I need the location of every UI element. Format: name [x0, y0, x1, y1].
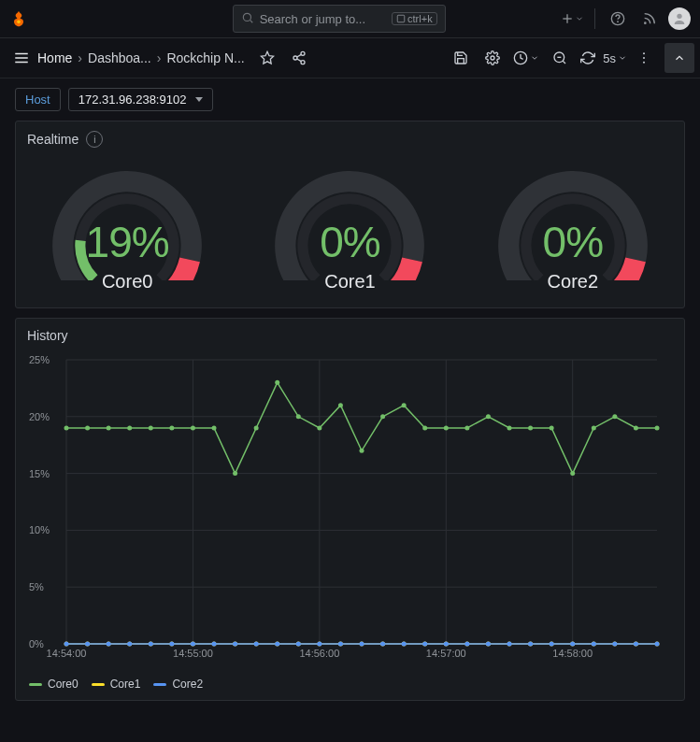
gauge-core1: 0%Core1	[256, 159, 443, 293]
svg-point-26	[643, 62, 645, 64]
svg-point-42	[149, 425, 153, 430]
search-shortcut: ctrl+k	[392, 12, 437, 25]
svg-point-107	[296, 642, 301, 647]
search-placeholder: Search or jump to...	[260, 12, 386, 26]
svg-point-16	[301, 61, 305, 64]
svg-point-115	[464, 642, 469, 647]
legend-item-core0[interactable]: Core0	[29, 678, 79, 691]
svg-point-7	[618, 21, 619, 22]
separator	[594, 8, 595, 29]
x-tick: 14:54:00	[47, 648, 87, 659]
svg-point-101	[169, 642, 174, 647]
svg-point-112	[402, 642, 407, 647]
svg-point-122	[612, 642, 617, 647]
svg-line-17	[296, 54, 301, 57]
add-button[interactable]	[559, 6, 585, 32]
rss-button[interactable]	[636, 6, 663, 32]
svg-point-105	[254, 642, 259, 647]
breadcrumb-home[interactable]: Home	[37, 50, 72, 65]
menu-toggle[interactable]	[6, 42, 37, 74]
var-label-host: Host	[15, 88, 61, 111]
svg-point-104	[233, 642, 237, 647]
breadcrumb-dashboards[interactable]: Dashboa...	[88, 50, 151, 65]
svg-point-116	[486, 642, 491, 647]
svg-point-44	[191, 425, 195, 430]
y-tick: 0%	[29, 638, 44, 649]
svg-point-8	[645, 22, 646, 23]
svg-point-64	[612, 414, 617, 419]
svg-point-55	[422, 425, 427, 430]
svg-line-2	[250, 20, 252, 22]
info-icon[interactable]: i	[86, 131, 103, 148]
svg-point-109	[338, 642, 343, 647]
refresh-button[interactable]	[577, 43, 599, 73]
svg-point-111	[380, 642, 385, 647]
svg-point-9	[677, 14, 681, 19]
svg-point-98	[107, 642, 111, 647]
settings-button[interactable]	[478, 43, 507, 73]
svg-point-0	[17, 21, 21, 24]
svg-point-66	[655, 425, 660, 430]
svg-point-41	[127, 425, 132, 430]
user-avatar[interactable]	[668, 7, 691, 30]
svg-point-14	[301, 51, 305, 55]
svg-point-39	[85, 425, 90, 430]
grafana-logo-icon[interactable]	[9, 9, 28, 28]
svg-point-113	[422, 642, 427, 647]
svg-point-56	[444, 425, 449, 430]
chevron-down-icon[interactable]	[618, 53, 627, 63]
svg-point-114	[444, 642, 449, 647]
gauge-label: Core1	[324, 271, 375, 293]
svg-point-15	[293, 56, 297, 60]
star-button[interactable]	[252, 43, 282, 73]
gauge-label: Core0	[102, 271, 152, 293]
y-tick: 5%	[29, 581, 44, 592]
collapse-button[interactable]	[664, 43, 694, 73]
svg-point-65	[634, 425, 638, 430]
legend-item-core2[interactable]: Core2	[153, 678, 203, 691]
svg-point-48	[275, 380, 279, 385]
y-tick: 20%	[29, 411, 50, 422]
svg-marker-13	[261, 51, 273, 64]
panel-history: History 25%20%15%10%5%0%14:54:0014:55:00…	[15, 318, 685, 701]
gauge-core2: 0%Core2	[479, 159, 666, 293]
global-search[interactable]: Search or jump to... ctrl+k	[233, 5, 446, 33]
svg-point-96	[64, 642, 69, 647]
refresh-interval[interactable]: 5s	[603, 51, 616, 65]
svg-point-50	[317, 425, 321, 430]
save-button[interactable]	[446, 43, 476, 73]
svg-point-60	[528, 425, 533, 430]
svg-point-59	[507, 425, 512, 430]
var-picker-host[interactable]: 172.31.96.238:9102	[68, 88, 214, 111]
svg-line-18	[296, 59, 301, 62]
y-tick: 15%	[29, 468, 50, 479]
svg-point-46	[233, 471, 237, 476]
x-tick: 14:55:00	[173, 648, 213, 659]
svg-point-110	[360, 642, 364, 647]
share-button[interactable]	[284, 43, 314, 73]
zoomout-button[interactable]	[545, 43, 575, 73]
svg-line-22	[563, 61, 565, 64]
more-button[interactable]	[629, 43, 659, 73]
svg-point-117	[507, 642, 512, 647]
gauge-label: Core2	[548, 271, 598, 293]
svg-point-25	[643, 57, 645, 59]
svg-point-49	[296, 414, 301, 419]
svg-point-102	[191, 642, 195, 647]
timerange-button[interactable]	[509, 43, 543, 73]
svg-point-52	[360, 449, 364, 453]
x-tick: 14:58:00	[552, 648, 593, 659]
panel-realtime: Realtime i 19%Core0 0%Core1 0%Core2	[15, 121, 685, 308]
panel-title: History	[27, 328, 68, 343]
svg-point-38	[64, 425, 69, 430]
svg-point-19	[491, 56, 494, 60]
svg-point-53	[380, 414, 385, 419]
svg-point-97	[85, 642, 90, 647]
legend-item-core1[interactable]: Core1	[92, 678, 141, 691]
help-button[interactable]	[605, 6, 631, 32]
svg-point-61	[550, 425, 554, 430]
breadcrumb-current[interactable]: Rockchip N...	[166, 50, 244, 65]
svg-rect-3	[397, 15, 405, 22]
svg-point-100	[149, 642, 153, 647]
svg-point-108	[317, 642, 321, 647]
